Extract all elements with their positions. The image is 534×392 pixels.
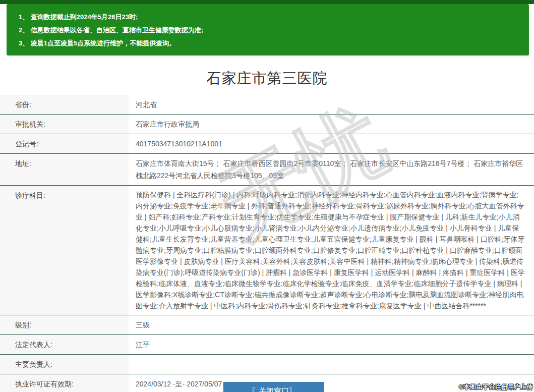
top-border-strip [0, 0, 534, 4]
row-address: 地址: 石家庄市体育南大街15号； 石家庄市桥西区普园街2号市委0110室； 石… [0, 154, 534, 186]
row-registration-number-value: 40175034713010211A1001 [129, 134, 534, 153]
notice-banner: 1、 查询数据截止到2024年5月26日23时; 2、 信息数据结果以各省、自治… [7, 4, 529, 55]
row-legal-representative-value: 江平 [129, 335, 534, 354]
row-person-in-charge: 主要负责人: [0, 355, 534, 374]
row-registration-number: 登记号: 40175034713010211A1001 [0, 134, 534, 154]
info-table: 省份: 河北省 审批机关: 石家庄市行政审批局 登记号: 40175034713… [0, 95, 534, 392]
row-approval-authority: 审批机关: 石家庄市行政审批局 [0, 115, 534, 134]
row-medical-departments: 诊疗科目: 预防保健科 | 全科医疗科(门诊) | 内科;呼吸内科专业;消化内科… [0, 186, 534, 315]
row-license-validity-label: 执业许可证有效期: [0, 374, 129, 392]
notice-item-1: 1、 查询数据截止到2024年5月26日23时; [19, 11, 524, 24]
row-person-in-charge-value [129, 355, 534, 374]
row-province-label: 省份: [0, 95, 129, 114]
notice-item-3: 3、 凌晨1点至凌晨5点系统进行维护，不能提供查询。 [19, 37, 524, 50]
row-address-value: 石家庄市体育南大街15号； 石家庄市桥西区普园街2号市委0110室； 石家庄市长… [129, 154, 534, 185]
row-medical-departments-value: 预防保健科 | 全科医疗科(门诊) | 内科;呼吸内科专业;消化内科专业;神经内… [129, 186, 534, 315]
row-level-value: 三级 [129, 315, 534, 334]
row-level-label: 级别: [0, 315, 129, 334]
row-level: 级别: 三级 [0, 315, 534, 335]
close-window-button[interactable]: 〖关闭窗口〗 [223, 382, 324, 392]
row-legal-representative-label: 法定代表人: [0, 335, 129, 354]
row-person-in-charge-label: 主要负责人: [0, 355, 129, 374]
upload-attribution-watermark: ©本图由平台注册用户上传 [459, 383, 533, 391]
row-legal-representative: 法定代表人: 江平 [0, 335, 534, 355]
notice-item-2: 2、 信息数据结果以各省、自治区、直辖市卫生健康委数据为准; [19, 24, 524, 37]
row-province-value: 河北省 [129, 95, 534, 114]
row-registration-number-label: 登记号: [0, 134, 129, 153]
row-approval-authority-label: 审批机关: [0, 115, 129, 134]
hospital-info-page: 1、 查询数据截止到2024年5月26日23时; 2、 信息数据结果以各省、自治… [0, 0, 534, 392]
row-province: 省份: 河北省 [0, 95, 534, 115]
page-title: 石家庄市第三医院 [0, 69, 534, 89]
row-address-label: 地址: [0, 154, 129, 185]
row-approval-authority-value: 石家庄市行政审批局 [129, 115, 534, 134]
row-medical-departments-label: 诊疗科目: [0, 186, 129, 315]
